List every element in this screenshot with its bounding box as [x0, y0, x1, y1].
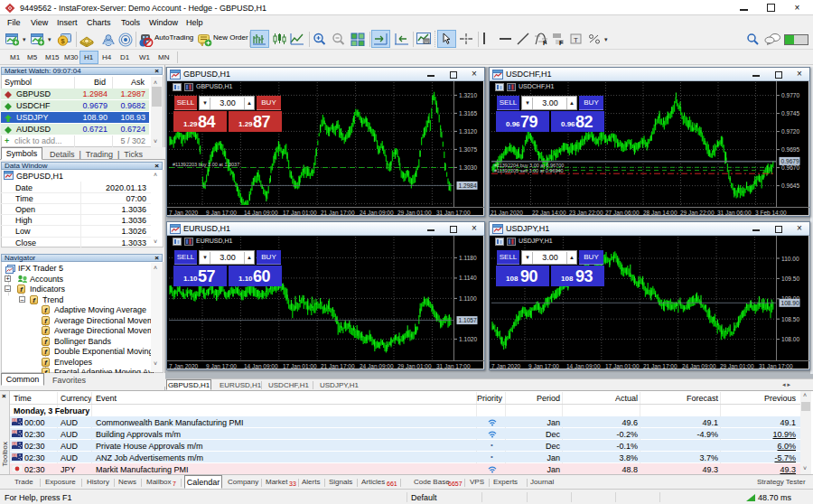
svg-text:17 Jan 01:00: 17 Jan 01:00 [605, 363, 640, 369]
svg-text:24 Jan 09:00: 24 Jan 09:00 [360, 363, 394, 369]
svg-text:1.1100: 1.1100 [459, 295, 477, 302]
svg-text:1.3120: 1.3120 [459, 128, 478, 135]
svg-text:9 Jan 17:00: 9 Jan 17:00 [528, 363, 559, 369]
svg-text:0.9745: 0.9745 [781, 110, 800, 117]
svg-text:1.1140: 1.1140 [459, 275, 477, 281]
svg-text:1.1180: 1.1180 [459, 255, 477, 261]
svg-text:109.50: 109.50 [781, 275, 800, 282]
svg-text:29 Jan 01:00: 29 Jan 01:00 [397, 210, 432, 216]
svg-text:1.3210: 1.3210 [459, 92, 478, 98]
svg-text:21 Jan 2020: 21 Jan 2020 [491, 210, 523, 216]
svg-text:1.2984: 1.2984 [459, 182, 478, 189]
svg-text:0.9670: 0.9670 [781, 164, 800, 171]
svg-text:0.9679: 0.9679 [781, 158, 800, 164]
svg-text:29 Jan 01:00: 29 Jan 01:00 [397, 363, 432, 369]
svg-text:23 Jan 22:00: 23 Jan 22:00 [569, 210, 603, 216]
svg-text:1.1057: 1.1057 [459, 317, 478, 323]
svg-text:14 Jan 09:00: 14 Jan 09:00 [566, 363, 601, 369]
svg-text:29 Jan 01:00: 29 Jan 01:00 [720, 363, 754, 369]
svg-text:14 Jan 09:00: 14 Jan 09:00 [244, 210, 278, 216]
svg-text:24 Jan 09:00: 24 Jan 09:00 [360, 210, 394, 216]
svg-text:31 Jan 17:00: 31 Jan 17:00 [436, 363, 471, 369]
svg-text:1.3075: 1.3075 [459, 146, 478, 153]
svg-text:21 Jan 17:00: 21 Jan 17:00 [321, 210, 355, 216]
svg-text:27 Jan 06:00: 27 Jan 06:00 [605, 210, 640, 216]
svg-text:T: T [574, 36, 578, 44]
svg-text:F: F [543, 40, 547, 46]
svg-text:21 Jan 17:00: 21 Jan 17:00 [321, 363, 355, 369]
svg-text:108.50: 108.50 [781, 316, 800, 322]
svg-text:7 Jan 2020: 7 Jan 2020 [491, 363, 521, 369]
svg-text:0.9695: 0.9695 [781, 146, 800, 153]
svg-text:22 Jan 14:00: 22 Jan 14:00 [532, 210, 566, 216]
svg-text:0.9770: 0.9770 [781, 92, 800, 98]
svg-text:#11392205 sell 3.00 at 0.96940: #11392205 sell 3.00 at 0.96940 [494, 168, 564, 173]
svg-text:$: $ [61, 37, 65, 45]
svg-text:7 Jan 2020: 7 Jan 2020 [169, 210, 199, 216]
svg-text:21 Jan 17:00: 21 Jan 17:00 [643, 363, 678, 369]
svg-text:28 Jan 14:00: 28 Jan 14:00 [643, 210, 678, 216]
svg-text:17 Jan 01:00: 17 Jan 01:00 [283, 363, 317, 369]
svg-text:3 Feb 14:00: 3 Feb 14:00 [755, 210, 787, 216]
svg-text:7 Jan 2020: 7 Jan 2020 [169, 363, 199, 369]
svg-text:24 Jan 09:00: 24 Jan 09:00 [682, 363, 716, 369]
svg-text:31 Jan 06:00: 31 Jan 06:00 [717, 210, 752, 216]
svg-text:9 Jan 17:00: 9 Jan 17:00 [206, 210, 237, 216]
svg-text:F: F [559, 40, 564, 45]
svg-text:31 Jan 17:00: 31 Jan 17:00 [759, 363, 793, 369]
svg-text:#11392203 buy 3.00 at 1.3037: #11392203 buy 3.00 at 1.3037 [173, 162, 239, 167]
svg-text:1.3030: 1.3030 [459, 164, 478, 171]
svg-text:0.9720: 0.9720 [781, 128, 800, 135]
svg-text:29 Jan 22:00: 29 Jan 22:00 [680, 210, 715, 216]
svg-text:108.90: 108.90 [781, 300, 800, 306]
svg-text:108.00: 108.00 [781, 336, 800, 342]
svg-text:17 Jan 01:00: 17 Jan 01:00 [283, 210, 317, 216]
svg-text:31 Jan 17:00: 31 Jan 17:00 [436, 210, 471, 216]
svg-text:0.9645: 0.9645 [781, 182, 800, 189]
svg-text:1.1020: 1.1020 [459, 336, 478, 342]
svg-text:110.00: 110.00 [781, 256, 799, 262]
svg-text:14 Jan 09:00: 14 Jan 09:00 [244, 363, 278, 369]
svg-text:1.3165: 1.3165 [459, 110, 478, 117]
svg-text:9 Jan 17:00: 9 Jan 17:00 [206, 363, 237, 369]
